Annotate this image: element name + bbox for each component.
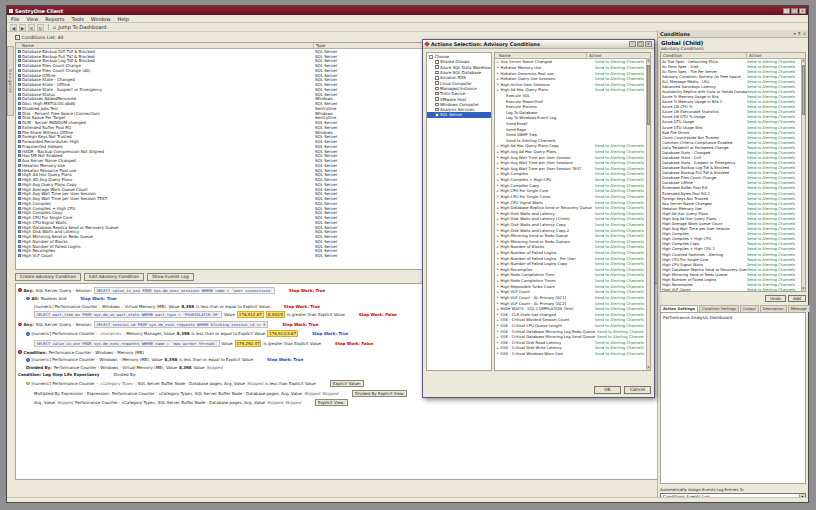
- advisory-condition-row[interactable]: High Avg Ad Hoc Query Plans Send to Aler…: [661, 216, 801, 221]
- dialog-condition-row[interactable]: ▸ High Avg Wait Time per User Session Se…: [495, 154, 646, 160]
- advisory-condition-row[interactable]: High Database Replica Send or Recovery Q…: [661, 267, 801, 272]
- advisory-condition-row[interactable]: Count Countryside Not Trusted Send to Al…: [661, 135, 801, 140]
- navigator-collapsed-tab[interactable]: Navigator: [7, 46, 14, 116]
- settings-tab[interactable]: Description: [760, 305, 787, 312]
- dialog-condition-row[interactable]: ▸ High Database Replica Send or Recovery…: [495, 205, 646, 211]
- expand-icon[interactable]: ▸: [497, 245, 499, 249]
- expand-icon[interactable]: ▸: [497, 335, 499, 339]
- advisory-condition-row[interactable]: Extended Buffer Pool RG Send to Alerting…: [661, 186, 801, 191]
- settings-tab[interactable]: Message: [788, 305, 810, 312]
- dialog-scroll-up-icon[interactable]: ▲: [647, 59, 650, 63]
- show-events-log-button[interactable]: Show Events Log: [147, 273, 194, 281]
- advisory-condition-row[interactable]: Database Files Count Change Send to Aler…: [661, 176, 801, 181]
- advisory-condition-row[interactable]: Database Stats - Changed Send to Alertin…: [661, 150, 801, 155]
- advisory-condition-row[interactable]: Bad File Shrink Send to Alerting Channel…: [661, 130, 801, 135]
- expand-icon[interactable]: ▸: [497, 351, 499, 355]
- expand-icon[interactable]: ▸: [497, 290, 499, 294]
- dialog-condition-row[interactable]: ▸ SSK - Critical Database Mirroring Log …: [495, 328, 646, 334]
- tree-checkbox[interactable]: [435, 87, 439, 91]
- advisory-condition-row[interactable]: High VLF Count Send to Alerting Channels: [661, 288, 801, 291]
- advisory-condition-row[interactable]: High Counted Switches - Alerting Send to…: [661, 252, 801, 257]
- advisory-condition-row[interactable]: High Average Work Queue Count Send to Al…: [661, 222, 801, 227]
- expand-icon[interactable]: ▸: [497, 312, 499, 316]
- expand-icon[interactable]: ▸: [497, 267, 499, 271]
- advisory-condition-row[interactable]: Azure % Memory Usage in Bits Send to Ale…: [661, 95, 801, 100]
- advisory-scroll-down-icon[interactable]: ▼: [802, 287, 805, 291]
- tree-checkbox[interactable]: [435, 113, 439, 117]
- advisory-condition-row[interactable]: Av Farm Spec - File Per Server Send to A…: [661, 69, 801, 74]
- condition-row[interactable]: High VLF Count SQL Server: [16, 253, 424, 258]
- dialog-column-name[interactable]: Name: [495, 53, 587, 58]
- expand-icon[interactable]: ▸: [497, 88, 499, 92]
- advisory-condition-row[interactable]: Common Criteria Compliance Enabled Send …: [661, 140, 801, 145]
- menu-item[interactable]: View: [26, 16, 38, 22]
- advisory-condition-row[interactable]: Database Offline Send to Alerting Channe…: [661, 181, 801, 186]
- advisory-condition-row[interactable]: Hekaton Memory Use Send to Alerting Chan…: [661, 206, 801, 211]
- expand-icon[interactable]: ▸: [497, 155, 499, 159]
- advisory-condition-row[interactable]: Database Backup Log Tdf & Brocked Send t…: [661, 166, 801, 171]
- expand-icon[interactable]: ▸: [497, 256, 499, 260]
- chevron-down-icon[interactable]: ▾: [794, 31, 796, 36]
- column-condition[interactable]: Condition: [661, 53, 747, 58]
- expand-icon[interactable]: ▸: [497, 340, 499, 344]
- advisory-condition-row[interactable]: Extended Bytes Pool RG 2 Send to Alertin…: [661, 191, 801, 196]
- advisory-condition-row[interactable]: Advanced Saturdays Latency Send to Alert…: [661, 84, 801, 89]
- expand-icon[interactable]: ▸: [497, 189, 499, 193]
- advisory-condition-row[interactable]: Ava Server Name Changed Send to Alerting…: [661, 201, 801, 206]
- dialog-condition-row[interactable]: ▸ SSK - Critical Windows Worn Size Send …: [495, 351, 646, 357]
- dialog-condition-row[interactable]: ▸ High Avg Wait Time per User Sessions S…: [495, 160, 646, 166]
- expand-icon[interactable]: ▸: [497, 206, 499, 210]
- menu-item[interactable]: File: [11, 16, 19, 22]
- add-button[interactable]: Add: [788, 295, 806, 302]
- advisory-condition-row[interactable]: High Compiles Copy Send to Alerting Chan…: [661, 242, 801, 247]
- advisory-condition-row[interactable]: High Recompiles Send to Alerting Channel…: [661, 282, 801, 287]
- stop-icon[interactable]: ✕: [28, 24, 35, 31]
- column-type[interactable]: Type: [314, 43, 428, 48]
- expand-icon[interactable]: ▸: [497, 166, 499, 170]
- menu-item[interactable]: Reports: [45, 16, 64, 22]
- expand-icon[interactable]: ▸: [497, 60, 499, 64]
- expand-icon[interactable]: ▸: [497, 228, 499, 232]
- advisory-condition-row[interactable]: Azure DB CPU % Send to Alerting Channels: [661, 105, 801, 110]
- dialog-scroll-thumb[interactable]: [647, 65, 650, 125]
- tree-checkbox[interactable]: [435, 92, 439, 96]
- tree-checkbox[interactable]: [435, 76, 439, 80]
- dialog-condition-row[interactable]: ▸ SSK - Critical Database Mirroring Log …: [495, 334, 646, 340]
- advisory-condition-row[interactable]: Av Farm Spec - Disk Send to Alerting Cha…: [661, 64, 801, 69]
- cancel-button[interactable]: Cancel: [624, 386, 651, 394]
- tree-checkbox[interactable]: [435, 60, 439, 64]
- expand-icon[interactable]: ▸: [497, 284, 499, 288]
- expand-icon[interactable]: ▸: [497, 318, 499, 322]
- advisory-condition-row[interactable]: Database Stats - Drill Send to Alerting …: [661, 155, 801, 160]
- dialog-condition-row[interactable]: ▸ High Avg Wait Time per User Session TE…: [495, 166, 646, 172]
- expand-icon[interactable]: ▸: [497, 251, 499, 255]
- settings-tab[interactable]: Output: [740, 305, 759, 312]
- menu-item[interactable]: Window: [91, 16, 111, 22]
- advisory-condition-row[interactable]: High CPU Signal Waits Send to Alerting C…: [661, 262, 801, 267]
- expand-icon[interactable]: ▸: [497, 82, 499, 86]
- panel-close-icon[interactable]: ×: [803, 31, 806, 36]
- advisory-condition-row[interactable]: Advisory Condition: Battery On Free Spac…: [661, 74, 801, 79]
- menu-item[interactable]: Help: [117, 16, 128, 22]
- advisory-condition-row[interactable]: High Mirroring Send or Redo Queue Send t…: [661, 272, 801, 277]
- advisory-condition-row[interactable]: Azure DB DTU % Usage Send to Alerting Ch…: [661, 115, 801, 120]
- advisory-scrollbar[interactable]: ▲ ▼: [801, 59, 805, 291]
- advisory-condition-row[interactable]: High Compiles + High CPU 2 Send to Alert…: [661, 247, 801, 252]
- expand-icon[interactable]: ▸: [497, 295, 499, 299]
- forward-icon[interactable]: ▶: [19, 24, 26, 31]
- advisory-condition-row[interactable]: High Ad Hoc Query Plans Send to Alerting…: [661, 211, 801, 216]
- settings-tab[interactable]: Action Settings: [660, 305, 698, 312]
- expand-icon[interactable]: ▸: [497, 144, 499, 148]
- advisory-condition-row[interactable]: Av Exe Spec - Defaulting FAQs Send to Al…: [661, 59, 801, 64]
- expand-icon[interactable]: ▸: [497, 222, 499, 226]
- menu-item[interactable]: Tools: [71, 16, 83, 22]
- collapse-icon[interactable]: −: [429, 55, 433, 59]
- close-icon[interactable]: ×: [799, 8, 806, 14]
- tree-checkbox[interactable]: [435, 97, 439, 101]
- undo-button[interactable]: Undo: [765, 295, 786, 302]
- jump-to-dashboard-button[interactable]: ⌂ Jump To Dashboard: [53, 24, 106, 30]
- expand-icon[interactable]: ▸: [497, 301, 499, 305]
- expression-row[interactable]: Avg, ValueSkippedPerformance Counter - «…: [34, 399, 656, 406]
- create-advisory-condition-button[interactable]: Create Advisory Condition: [15, 273, 81, 281]
- advisory-condition-row[interactable]: High Avg Wait Time per User Session Send…: [661, 227, 801, 232]
